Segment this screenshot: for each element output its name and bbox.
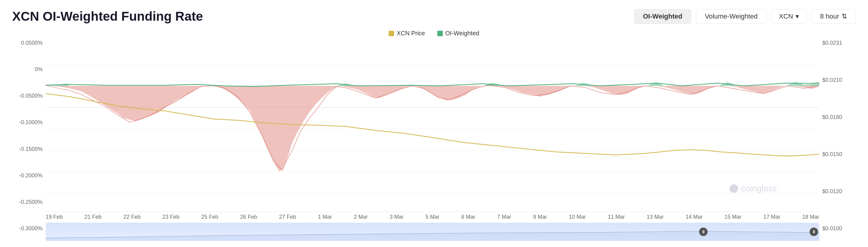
minimap-right-handle[interactable] (810, 227, 818, 236)
svg-rect-12 (814, 230, 815, 233)
svg-rect-11 (813, 230, 814, 233)
watermark: coinglass (729, 184, 777, 193)
main-chart: coinglass (45, 40, 819, 212)
svg-rect-10 (704, 230, 704, 233)
tab-oi-weighted[interactable]: OI-Weighted (634, 9, 691, 24)
chart-area: 0.0500% 0% -0.0500% -0.1000% -0.1500% -0… (12, 40, 856, 241)
controls-group: OI-Weighted Volume-Weighted XCN ▾ 8 hour… (634, 9, 856, 24)
coin-selector[interactable]: XCN ▾ (771, 9, 806, 24)
minimap-left-handle[interactable] (699, 227, 708, 236)
minimap[interactable] (45, 223, 819, 241)
x-axis: 19 Feb 21 Feb 22 Feb 23 Feb 25 Feb 26 Fe… (45, 212, 819, 220)
sort-icon: ⇅ (841, 12, 847, 20)
price-legend-dot (389, 31, 394, 36)
interval-selector[interactable]: 8 hour ⇅ (811, 9, 856, 24)
svg-point-7 (730, 184, 738, 193)
legend-price: XCN Price (389, 30, 425, 37)
svg-rect-9 (703, 230, 703, 233)
page-title: XCN OI-Weighted Funding Rate (12, 9, 203, 24)
legend-oi: OI-Weighted (437, 30, 479, 37)
y-axis-left: 0.0500% 0% -0.0500% -0.1000% -0.1500% -0… (12, 40, 45, 241)
tab-volume-weighted[interactable]: Volume-Weighted (696, 9, 766, 24)
y-axis-right: $0.0231 $0.0210 $0.0180 $0.0150 $0.0120 … (819, 40, 856, 241)
chart-legend: XCN Price OI-Weighted (12, 30, 856, 37)
chevron-down-icon: ▾ (796, 12, 799, 20)
oi-legend-dot (437, 31, 443, 36)
page-header: XCN OI-Weighted Funding Rate OI-Weighted… (12, 9, 856, 24)
